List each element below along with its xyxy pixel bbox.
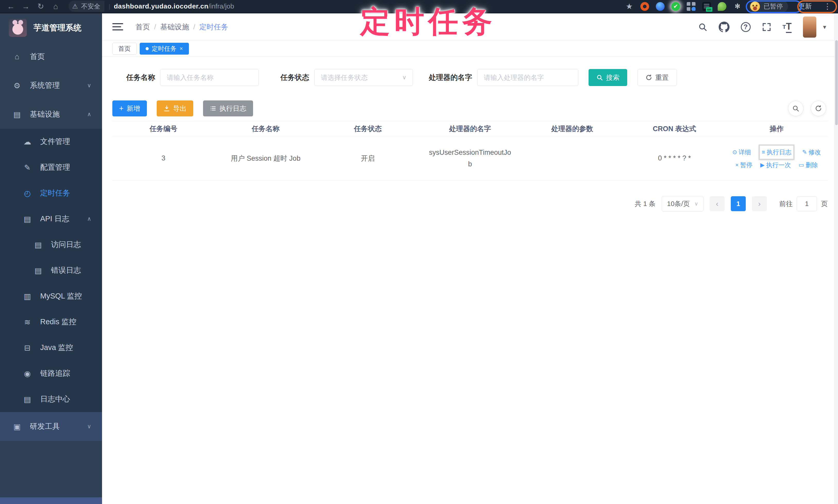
top-navbar: 首页 / 基础设施 / 定时任务 ? TT ▾	[102, 13, 838, 41]
help-icon[interactable]: ?	[741, 22, 751, 32]
mysql-monitor-icon: ▥	[22, 292, 33, 301]
prev-page-button[interactable]: ‹	[710, 196, 724, 211]
col-cron: CRON 表达式	[623, 124, 726, 133]
page-number-1[interactable]: 1	[731, 196, 746, 211]
trace-icon: ◉	[22, 369, 33, 378]
next-page-button[interactable]: ›	[752, 196, 767, 211]
breadcrumb-infrastructure[interactable]: 基础设施	[160, 22, 189, 32]
close-icon[interactable]: ×	[180, 45, 183, 52]
tab-home[interactable]: 首页	[112, 43, 137, 55]
font-size-icon[interactable]: TT	[783, 21, 792, 33]
run-once-link[interactable]: ▶ 执行一次	[760, 161, 791, 169]
sidebar-item-java-monitor[interactable]: ⊟ Java 监控	[0, 335, 102, 361]
job-status-select[interactable]: 请选择任务状态 ∨	[314, 69, 413, 86]
bookmark-star-icon[interactable]: ★	[625, 2, 634, 11]
sidebar: 芋道管理系统 ⌂ 首页 ⚙ 系统管理 ∨ ▤ 基础设施 ∧ ☁ 文件管理 ✎ 配…	[0, 13, 102, 504]
log-center-icon: ▤	[22, 395, 33, 404]
sidebar-item-home[interactable]: ⌂ 首页	[0, 42, 102, 71]
toggle-search-button[interactable]	[788, 101, 803, 116]
delete-link[interactable]: ▭ 删除	[799, 161, 818, 169]
github-icon[interactable]	[719, 22, 730, 33]
detail-link[interactable]: ⊙ 详细	[732, 148, 751, 156]
extension-green-icon[interactable]: ✔	[671, 2, 680, 11]
collapse-sidebar-icon[interactable]	[112, 23, 123, 32]
refresh-button[interactable]	[811, 101, 826, 116]
exec-log-link[interactable]: ≡ 执行日志	[758, 144, 795, 160]
job-name-input[interactable]	[160, 69, 259, 86]
reload-icon[interactable]: ↻	[35, 2, 46, 11]
page-scrollbar[interactable]	[834, 13, 838, 504]
sidebar-item-config-mgmt[interactable]: ✎ 配置管理	[0, 155, 102, 180]
add-button[interactable]: + 新增	[112, 101, 147, 116]
extension-blue-icon[interactable]	[656, 2, 665, 11]
chevron-up-icon: ∧	[87, 216, 91, 222]
content-area: 任务名称 任务状态 请选择任务状态 ∨ 处理器的名字 搜索 重置	[102, 57, 838, 504]
extension-leaf-icon[interactable]	[718, 2, 727, 11]
active-dot-icon	[145, 47, 149, 50]
chevron-down-icon: ∨	[402, 74, 406, 81]
search-button[interactable]: 搜索	[589, 69, 627, 86]
cell-handler-name: sysUserSessionTimeoutJob	[419, 147, 521, 170]
col-handler-name: 处理器的名字	[419, 124, 521, 133]
search-icon[interactable]	[698, 22, 708, 32]
pause-link[interactable]: × 暂停	[735, 161, 752, 169]
extension-grid-icon[interactable]	[687, 2, 696, 11]
sidebar-item-scheduled-tasks[interactable]: ◴ 定时任务	[0, 180, 102, 206]
trash-icon: ▭	[799, 162, 804, 168]
sidebar-item-redis-monitor[interactable]: ≋ Redis 监控	[0, 309, 102, 335]
handler-name-label: 处理器的名字	[429, 73, 472, 83]
tab-scheduled-tasks[interactable]: 定时任务 ×	[140, 43, 189, 55]
cloud-upload-icon: ☁	[22, 137, 33, 146]
sidebar-item-file-mgmt[interactable]: ☁ 文件管理	[0, 129, 102, 155]
sidebar-item-api-log[interactable]: ▤ API 日志 ∧	[0, 206, 102, 232]
sidebar-item-system-mgmt[interactable]: ⚙ 系统管理 ∨	[0, 71, 102, 100]
extension-orange-icon[interactable]	[640, 2, 649, 11]
exec-log-button[interactable]: 执行日志	[203, 101, 253, 116]
browser-update-button[interactable]: 更新	[795, 0, 815, 12]
modify-link[interactable]: ✎ 修改	[802, 148, 821, 156]
reset-button[interactable]: 重置	[638, 69, 677, 86]
extension-switch-icon[interactable]: on	[702, 2, 711, 11]
sidebar-item-trace[interactable]: ◉ 链路追踪	[0, 361, 102, 386]
app-logo-row[interactable]: 芋道管理系统	[0, 13, 102, 42]
breadcrumb-current: 定时任务	[199, 22, 228, 32]
breadcrumb: 首页 / 基础设施 / 定时任务	[136, 22, 228, 32]
sidebar-item-dev-tools[interactable]: ▣ 研发工具 ∨	[0, 412, 102, 441]
sidebar-item-infrastructure[interactable]: ▤ 基础设施 ∧	[0, 100, 102, 129]
play-icon: ▶	[760, 162, 765, 168]
col-job-id: 任务编号	[112, 124, 215, 133]
url-path: /infra/job	[208, 2, 234, 10]
forward-icon[interactable]: →	[20, 2, 32, 11]
breadcrumb-home[interactable]: 首页	[136, 22, 150, 32]
doc-icon: ▤	[33, 266, 43, 275]
sidebar-item-log-center[interactable]: ▤ 日志中心	[0, 386, 102, 412]
avatar-dropdown-icon[interactable]: ▾	[823, 23, 826, 31]
security-chip[interactable]: ⚠ 不安全	[69, 1, 104, 12]
profile-paused-pill[interactable]: 已暂停	[749, 1, 788, 12]
address-bar[interactable]: | dashboard.yudao.iocoder.cn /infra/job	[108, 2, 234, 10]
browser-menu-icon[interactable]: ⋮	[822, 2, 833, 11]
sidebar-item-mysql-monitor[interactable]: ▥ MySQL 监控	[0, 283, 102, 309]
home-icon[interactable]: ⌂	[50, 2, 61, 11]
sidebar-item-access-log[interactable]: ▤ 访问日志	[0, 232, 102, 257]
total-count: 共 1 条	[635, 199, 656, 208]
gear-icon: ⚙	[12, 81, 22, 90]
cross-icon: ×	[735, 162, 738, 168]
redis-monitor-icon: ≋	[22, 318, 33, 327]
sidebar-item-error-log[interactable]: ▤ 错误日志	[0, 257, 102, 283]
scrollbar-thumb[interactable]	[835, 40, 838, 125]
export-button[interactable]: 导出	[157, 101, 193, 116]
row-actions: ⊙ 详细 ≡ 执行日志 ✎ 修改	[726, 148, 828, 169]
job-name-label: 任务名称	[126, 73, 155, 83]
pagination: 共 1 条 10条/页 ∨ ‹ 1 › 前往 页	[112, 196, 828, 212]
handler-name-input[interactable]	[477, 69, 578, 86]
user-avatar[interactable]	[803, 17, 816, 38]
fullscreen-icon[interactable]	[762, 22, 771, 32]
page-size-select[interactable]: 10条/页 ∨	[662, 196, 703, 212]
extension-misc-icon[interactable]: ✻	[733, 2, 742, 11]
back-icon[interactable]: ←	[5, 2, 17, 11]
goto-page-input[interactable]	[797, 196, 817, 211]
chevron-down-icon: ∨	[695, 201, 698, 207]
log-icon: ▤	[22, 215, 33, 223]
tools-icon: ▣	[12, 422, 22, 431]
